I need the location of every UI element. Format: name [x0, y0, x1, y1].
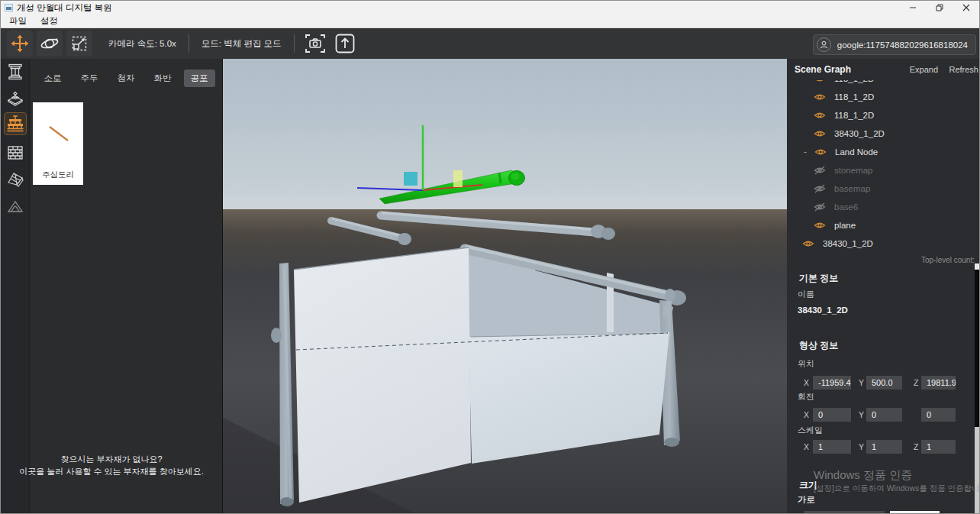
scene-graph-expand-link[interactable]: Expand: [910, 65, 938, 74]
parts-library-panel: 소로주두첨차화반공포 주심도리 찾으시는 부자재가 없나요? 이곳을 눌러 사용…: [1, 59, 222, 514]
column-category-icon[interactable]: [7, 63, 24, 80]
camera-speed-label: 카메라 속도: 5.0x: [108, 38, 176, 50]
collapse-toggle[interactable]: -: [804, 147, 814, 157]
viewport-3d[interactable]: [222, 59, 787, 514]
scene-node-38430_1_2D[interactable]: 38430_1_2D: [787, 124, 975, 143]
roof-tile-category-icon[interactable]: [7, 170, 24, 187]
scale-y-input[interactable]: [866, 440, 902, 454]
close-icon: [962, 4, 970, 11]
account-chip[interactable]: google:117574882029616818024: [813, 34, 976, 55]
wall-left[interactable]: [294, 247, 471, 503]
app-icon: [5, 4, 13, 11]
visible-eye-icon[interactable]: [814, 92, 826, 102]
library-tabs: 소로주두첨차화반공포: [30, 68, 222, 88]
position-axis-x-label: X: [804, 378, 809, 387]
library-tab-0[interactable]: 소로: [37, 70, 69, 87]
scene-graph-list: 118_1_2D118_1_2D118_1_2D38430_1_2D-Land …: [787, 80, 975, 262]
gizmo-plane-handle-cyan: [404, 172, 417, 186]
upload-icon: [334, 32, 356, 55]
bracket-category-icon-selected[interactable]: [4, 112, 27, 135]
library-help-text[interactable]: 찾으시는 부자재가 없나요? 이곳을 눌러 사용할 수 있는 부자재를 찾아보세…: [1, 453, 222, 477]
library-tab-2[interactable]: 첨차: [111, 70, 142, 87]
minimize-button[interactable]: [899, 1, 926, 15]
width-label: 가로: [798, 494, 815, 506]
hidden-eye-icon[interactable]: [814, 166, 826, 175]
scene-node-label: 118_1_2D: [834, 111, 874, 120]
position-y-input[interactable]: [866, 376, 902, 390]
library-tab-1[interactable]: 주두: [74, 70, 105, 87]
minimize-icon: [909, 4, 917, 11]
wall-category-icon[interactable]: [7, 144, 24, 161]
scene-node-base6[interactable]: base6: [787, 198, 975, 216]
move-tool-button[interactable]: [7, 31, 33, 57]
visible-eye-icon[interactable]: [814, 129, 826, 138]
restore-icon: [936, 4, 943, 11]
width-apply-button[interactable]: [890, 511, 940, 514]
visible-eye-icon[interactable]: [814, 80, 826, 83]
rotation-z-input[interactable]: [921, 408, 956, 422]
close-button[interactable]: [953, 1, 979, 15]
window-title: 개성 만월대 디지털 복원: [17, 2, 112, 14]
category-icon-strip: [1, 59, 30, 514]
scale-x-input[interactable]: [813, 440, 851, 454]
scene-node-118_1_2D[interactable]: 118_1_2D: [787, 80, 975, 88]
roof-category-icon[interactable]: [7, 198, 24, 215]
width-input[interactable]: [804, 511, 885, 514]
scrollbar-track-bottom[interactable]: [975, 427, 980, 514]
scale-icon: [70, 34, 89, 53]
scene-node-label: 38430_1_2D: [823, 239, 873, 248]
menu-bar: 파일설정: [1, 15, 979, 28]
screenshot-button[interactable]: [302, 31, 328, 57]
visible-eye-icon[interactable]: [802, 239, 814, 248]
position-z-input[interactable]: [921, 376, 956, 390]
scale-tool-button[interactable]: [66, 31, 92, 57]
position-axis-z-label: Z: [914, 378, 918, 387]
orbit-tool-button[interactable]: [37, 31, 63, 57]
scene-node-118_1_2D[interactable]: 118_1_2D: [787, 88, 975, 106]
scale-z-input[interactable]: [921, 440, 956, 454]
visible-eye-icon[interactable]: [814, 221, 826, 230]
name-value: 38430_1_2D: [798, 305, 848, 315]
menu-item-1[interactable]: 설정: [34, 15, 65, 27]
scrollbar-track-top[interactable]: [975, 263, 980, 270]
scrollbar-thumb[interactable]: [975, 270, 980, 427]
scene-node-stonemap[interactable]: stonemap: [787, 161, 975, 179]
position-axis-y-label: Y: [859, 378, 864, 387]
scene-node-basemap[interactable]: basemap: [787, 179, 975, 198]
name-label: 이름: [798, 289, 814, 300]
position-label: 위치: [798, 358, 814, 370]
title-bar: 개성 만월대 디지털 복원: [1, 1, 979, 15]
scale-axis-x-label: X: [804, 442, 809, 451]
scene-node-38430_1_2D[interactable]: 38430_1_2D: [787, 234, 975, 253]
hidden-eye-icon[interactable]: [814, 202, 826, 212]
scene-node-Land Node[interactable]: -Land Node: [787, 143, 975, 161]
library-tab-4[interactable]: 공포: [184, 70, 215, 87]
menu-item-0[interactable]: 파일: [2, 15, 34, 27]
scene-graph-refresh-link[interactable]: Refresh: [949, 65, 978, 74]
user-avatar-icon: [817, 37, 831, 52]
hidden-eye-icon[interactable]: [814, 184, 826, 193]
library-tab-3[interactable]: 화반: [147, 70, 179, 87]
scene-node-label: stonemap: [834, 166, 873, 175]
maximize-button[interactable]: [926, 1, 953, 15]
move-icon: [11, 34, 29, 53]
sky: [223, 59, 788, 209]
visible-eye-icon[interactable]: [814, 111, 826, 120]
toolbar-divider: [294, 34, 295, 53]
part-card-jusimdori[interactable]: 주심도리: [33, 102, 83, 185]
scale-label: 스케일: [798, 425, 823, 436]
upload-button[interactable]: [332, 31, 358, 57]
scene-node-118_1_2D[interactable]: 118_1_2D: [787, 106, 975, 124]
rotation-y-input[interactable]: [866, 408, 902, 422]
scene-node-plane[interactable]: plane: [787, 216, 975, 234]
position-x-input[interactable]: [813, 376, 851, 390]
foundation-category-icon[interactable]: [7, 90, 24, 107]
watermark-line-1: Windows 정품 인증: [814, 468, 912, 483]
horizon-haze: [223, 197, 788, 209]
rotation-x-input[interactable]: [813, 408, 851, 422]
part-card-label: 주심도리: [33, 170, 83, 180]
scene-node-label: 118_1_2D: [834, 92, 874, 102]
visible-eye-icon[interactable]: [814, 147, 827, 157]
watermark-line-2: [설정]으로 이동하여 Windows를 정품 인증합니다.: [814, 483, 980, 494]
scene-node-label: Land Node: [835, 147, 878, 157]
